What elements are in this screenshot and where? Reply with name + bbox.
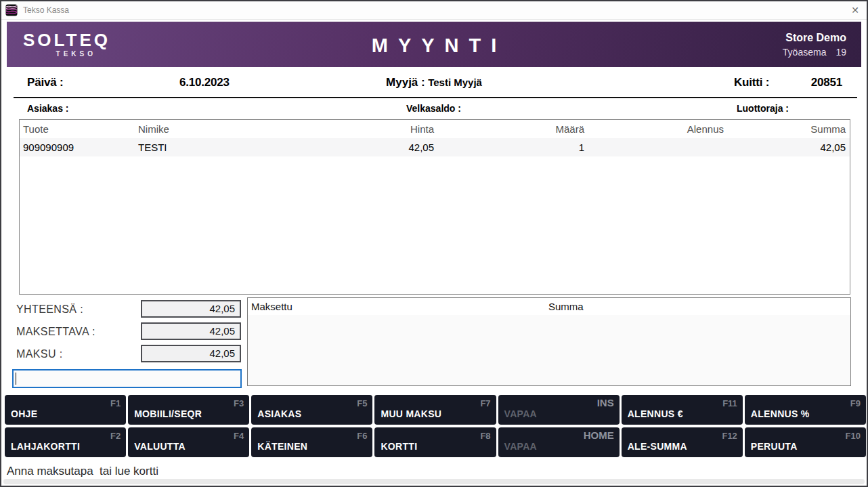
seller-value: Testi Myyjä xyxy=(428,77,482,88)
column-header-alennus: Alennus xyxy=(588,120,728,138)
fkey-label: ALE-SUMMA xyxy=(628,441,687,452)
fkey-button-f2[interactable]: LAHJAKORTTIF2 xyxy=(5,427,126,457)
fkey-button-home[interactable]: VAPAAHOME xyxy=(498,427,620,457)
workstation-label: Työasema xyxy=(783,47,827,58)
item-cell: 1 xyxy=(438,138,588,156)
fkey-button-f1[interactable]: OHJEF1 xyxy=(5,395,126,425)
item-cell: 42,05 xyxy=(728,138,850,156)
fkey-button-f3[interactable]: MOBIILI/SEQRF3 xyxy=(128,395,249,425)
app-logo-icon xyxy=(5,4,18,16)
status-message: Anna maksutapa tai lue kortti xyxy=(7,465,158,478)
fkey-button-f11[interactable]: ALENNUS €F11 xyxy=(622,395,743,425)
fkey-shortcut: F12 xyxy=(722,431,737,441)
item-cell: TESTI xyxy=(135,138,298,156)
fkey-button-f10[interactable]: PERUUTAF10 xyxy=(745,427,866,457)
fkey-label: MUU MAKSU xyxy=(381,408,441,419)
payable-value: 42,05 xyxy=(141,322,241,340)
fkey-shortcut: F6 xyxy=(357,431,367,441)
payment-label: MAKSU : xyxy=(16,348,63,360)
fkey-label: LAHJAKORTTI xyxy=(11,441,80,452)
receipt-label: Kuitti : xyxy=(734,76,769,89)
divider-line xyxy=(14,97,857,98)
customer-label: Asiakas : xyxy=(27,103,68,114)
fkey-label: KÄTEINEN xyxy=(257,441,307,452)
fkey-shortcut: F9 xyxy=(850,398,861,408)
close-icon[interactable]: ✕ xyxy=(848,3,862,17)
items-table-header: TuoteNimikeHintaMääräAlennusSumma xyxy=(20,120,850,138)
fkey-button-f8[interactable]: KORTTIF8 xyxy=(374,427,496,457)
fkey-label: ALENNUS % xyxy=(751,408,810,419)
item-row[interactable]: 909090909TESTI42,05142,05 xyxy=(20,138,850,156)
column-header-määrä: Määrä xyxy=(438,120,588,138)
fkey-shortcut: INS xyxy=(597,397,614,408)
column-header-hinta: Hinta xyxy=(298,120,438,138)
fkey-shortcut: F8 xyxy=(480,431,490,441)
fkey-button-f4[interactable]: VALUUTTAF4 xyxy=(128,427,249,457)
window-title: Tekso Kassa xyxy=(23,5,69,15)
fkey-label: ASIAKAS xyxy=(257,408,301,419)
page-title: MYYNTI xyxy=(7,35,861,57)
fkey-shortcut: HOME xyxy=(584,429,614,441)
fkey-button-f7[interactable]: MUU MAKSUF7 xyxy=(374,395,496,425)
fkey-shortcut: F11 xyxy=(722,398,737,408)
payments-header: Maksettu Summa xyxy=(248,298,850,315)
fkey-label: VAPAA xyxy=(504,441,537,452)
payment-value: 42,05 xyxy=(141,345,241,362)
paid-column-header: Maksettu xyxy=(251,301,292,312)
fkey-shortcut: F7 xyxy=(480,398,490,408)
fkey-shortcut: F3 xyxy=(234,398,244,408)
receipt-number: 20851 xyxy=(811,76,842,89)
total-value: 42,05 xyxy=(141,300,241,318)
fkey-button-f5[interactable]: ASIAKASF5 xyxy=(251,395,372,425)
fkey-shortcut: F2 xyxy=(110,431,121,441)
fkey-label: OHJE xyxy=(11,408,37,419)
column-header-nimike: Nimike xyxy=(135,120,298,138)
payments-panel: Maksettu Summa xyxy=(247,297,851,386)
workstation-info: Työasema19 xyxy=(783,47,846,58)
app-window: Tekso Kassa ✕ SOLTEQ TEKSO MYYNTI Store … xyxy=(0,0,868,487)
fkey-label: PERUUTA xyxy=(751,441,798,452)
fkey-label: VALUUTTA xyxy=(134,441,186,452)
fkey-label: MOBIILI/SEQR xyxy=(134,408,202,419)
credit-label: Luottoraja : xyxy=(737,103,789,114)
payments-list xyxy=(248,315,850,385)
fkey-shortcut: F4 xyxy=(234,431,244,441)
fkey-label: VAPAA xyxy=(504,408,537,419)
seller-label: Myyjä : xyxy=(386,76,425,89)
workstation-number: 19 xyxy=(836,47,846,58)
fkey-button-f9[interactable]: ALENNUS %F9 xyxy=(745,395,866,425)
text-caret xyxy=(16,373,16,385)
store-name: Store Demo xyxy=(783,32,846,44)
fkey-button-ins[interactable]: VAPAAINS xyxy=(498,395,620,425)
title-bar: Tekso Kassa ✕ xyxy=(1,1,867,20)
fkey-shortcut: F1 xyxy=(110,398,121,408)
fkey-label: KORTTI xyxy=(381,441,417,452)
item-cell xyxy=(588,138,728,156)
sum-column-header: Summa xyxy=(548,301,584,312)
payment-entry-input[interactable] xyxy=(12,369,242,388)
function-key-grid: OHJEF1MOBIILI/SEQRF3ASIAKASF5MUU MAKSUF7… xyxy=(5,395,866,457)
column-header-summa: Summa xyxy=(728,120,850,138)
item-cell: 42,05 xyxy=(298,138,438,156)
column-header-tuote: Tuote xyxy=(20,120,135,138)
fkey-button-f6[interactable]: KÄTEINENF6 xyxy=(251,427,372,457)
store-info: Store Demo Työasema19 xyxy=(783,32,846,58)
app-header: SOLTEQ TEKSO MYYNTI Store Demo Työasema1… xyxy=(7,22,861,67)
total-label: YHTEENSÄ : xyxy=(16,303,83,316)
debt-label: Velkasaldo : xyxy=(406,103,461,114)
fkey-label: ALENNUS € xyxy=(628,408,683,419)
fkey-shortcut: F10 xyxy=(846,431,861,441)
fkey-button-f12[interactable]: ALE-SUMMAF12 xyxy=(622,427,743,457)
bottom-strip xyxy=(3,479,865,484)
payable-label: MAKSETTAVA : xyxy=(16,326,95,338)
fkey-shortcut: F5 xyxy=(357,398,367,408)
item-cell: 909090909 xyxy=(20,138,135,156)
items-table: TuoteNimikeHintaMääräAlennusSumma 909090… xyxy=(19,119,850,295)
